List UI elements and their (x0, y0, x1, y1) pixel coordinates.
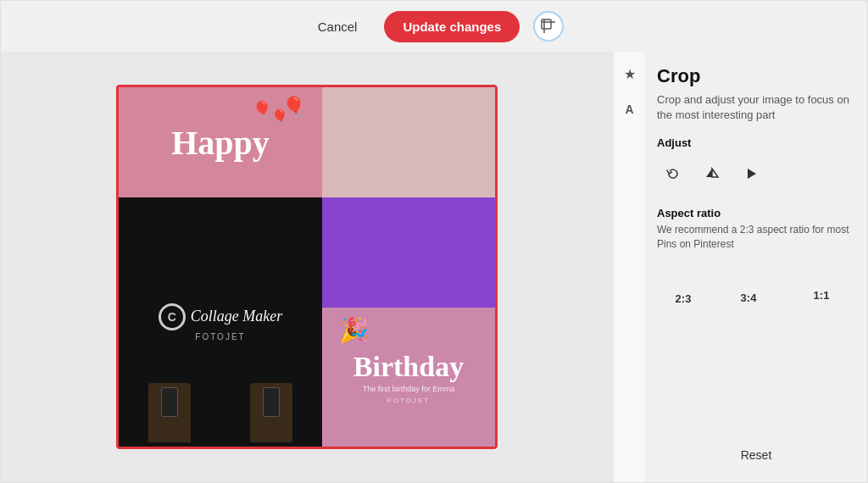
hand-shape-left (148, 383, 191, 442)
cell-birthday: 🎉 Birthday The first birthday for Emma F… (322, 308, 495, 447)
rotate-left-button[interactable] (657, 158, 689, 190)
flip-button[interactable] (696, 158, 728, 190)
panel-content: Crop Crop and adjust your image to focus… (645, 52, 867, 482)
birthday-text: Birthday (353, 351, 464, 383)
reset-section: Reset (657, 430, 855, 469)
cell-purple (322, 197, 495, 308)
crop-tool-icon-button[interactable] (533, 11, 564, 42)
adjust-label: Adjust (657, 136, 855, 149)
happy-text: Happy (171, 123, 270, 163)
svg-marker-3 (706, 169, 712, 177)
update-changes-button[interactable]: Update changes (384, 11, 520, 42)
top-bar: Cancel Update changes (1, 1, 867, 52)
aspect-2-3-button[interactable]: 2:3 (657, 262, 709, 336)
balloon-2: 🎈 (271, 108, 288, 125)
birthday-fotojet-text: FOTOJET (387, 397, 430, 404)
aspect-recommendation: We recommend a 2:3 aspect ratio for most… (657, 223, 855, 252)
collage-grid: 🎈 🎈 🎈 Happy C Collage Maker (119, 87, 495, 447)
adjust-buttons (657, 158, 855, 190)
sidebar-icons: ★ A (613, 52, 645, 482)
birthday-hat-icon: 🎉 (339, 316, 369, 344)
panel-description: Crop and adjust your image to focus on t… (657, 92, 855, 123)
aspect-1-1-button[interactable]: 1:1 (787, 262, 855, 330)
aspect-3-4-button[interactable]: 3:4 (718, 262, 779, 334)
balloon-3: 🎈 (253, 100, 271, 119)
cell-happy: 🎈 🎈 🎈 Happy (119, 87, 322, 197)
svg-marker-4 (712, 169, 718, 177)
play-button[interactable] (735, 158, 767, 190)
cell-dark: C Collage Maker FOTOJET (119, 197, 322, 447)
aspect-options: 2:3 3:4 1:1 (657, 262, 855, 336)
main-content: 🎈 🎈 🎈 Happy C Collage Maker (1, 52, 867, 482)
aspect-ratio-label: Aspect ratio (657, 207, 855, 219)
cell-pink-top-right (322, 87, 495, 197)
birthday-sub-text: The first birthday for Emma (363, 385, 455, 393)
hands-overlay (119, 297, 322, 447)
text-icon-button[interactable]: A (616, 96, 643, 123)
hand-shape-right (250, 383, 292, 442)
svg-marker-5 (748, 169, 756, 179)
star-icon-button[interactable]: ★ (616, 60, 643, 87)
reset-button[interactable]: Reset (724, 441, 789, 469)
cancel-button[interactable]: Cancel (304, 13, 371, 41)
right-panel-area: ★ A Crop Crop and adjust your image to f… (613, 52, 867, 482)
image-container[interactable]: 🎈 🎈 🎈 Happy C Collage Maker (116, 85, 498, 449)
svg-rect-0 (542, 19, 551, 29)
phone-right (263, 387, 280, 417)
phone-left (161, 387, 178, 417)
canvas-area: 🎈 🎈 🎈 Happy C Collage Maker (1, 52, 613, 482)
panel-title: Crop (657, 65, 855, 87)
